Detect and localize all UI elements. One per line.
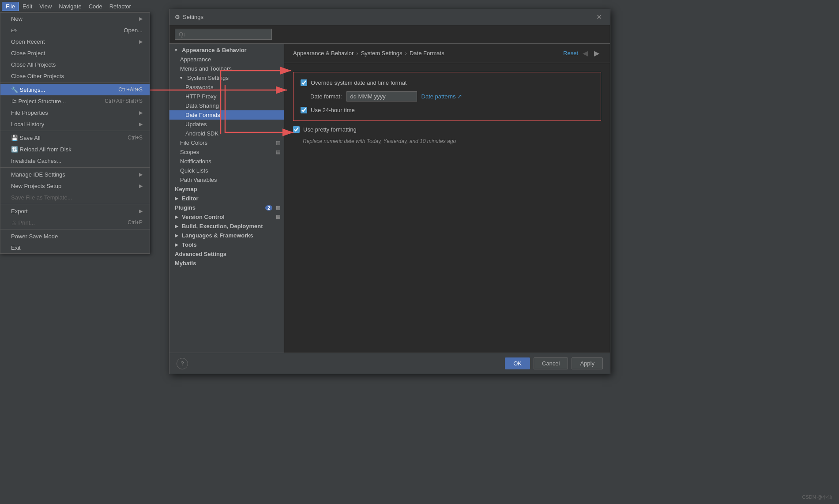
- tree-item-editor[interactable]: ▶ Editor: [169, 194, 284, 203]
- expand-icon: ▾: [180, 75, 185, 80]
- tree-item-system-settings[interactable]: ▾ System Settings: [169, 73, 284, 83]
- pretty-desc-text: Today, Yesterday, and 10 minutes ago: [367, 138, 456, 144]
- submenu-arrow-recent: ▶: [139, 39, 143, 45]
- use24-label: Use 24-hour time: [311, 107, 355, 113]
- tree-label: Date Formats: [185, 112, 220, 118]
- tree-label: Languages & Frameworks: [182, 232, 253, 239]
- date-format-row: Date format: Date patterns ↗: [310, 91, 594, 102]
- tree-item-languages[interactable]: ▶ Languages & Frameworks: [169, 231, 284, 240]
- date-format-input[interactable]: [346, 91, 417, 102]
- tree-item-passwords[interactable]: Passwords: [169, 83, 284, 92]
- tree-item-appearance-behavior[interactable]: ▾ Appearance & Behavior: [169, 45, 284, 55]
- menu-item-manage-ide[interactable]: Manage IDE Settings ▶: [0, 169, 150, 180]
- search-input[interactable]: [175, 29, 272, 40]
- date-format-settings-box: Override system date and time format Dat…: [293, 72, 601, 121]
- menu-item-close-other[interactable]: Close Other Projects: [0, 70, 150, 82]
- menu-refactor[interactable]: Refactor: [106, 2, 135, 11]
- dialog-content: ▾ Appearance & Behavior Appearance Menus…: [169, 44, 610, 353]
- tree-item-mybatis[interactable]: Mybatis: [169, 259, 284, 268]
- pretty-label: Use pretty formatting: [303, 126, 357, 133]
- menu-item-close-all[interactable]: Close All Projects: [0, 59, 150, 70]
- tree-item-version-control[interactable]: ▶ Version Control ▦: [169, 212, 284, 222]
- tree-label: System Settings: [187, 75, 229, 81]
- tree-item-http-proxy[interactable]: HTTP Proxy: [169, 92, 284, 101]
- reset-link[interactable]: Reset: [563, 50, 578, 56]
- menu-item-invalidate[interactable]: Invalidate Caches...: [0, 155, 150, 166]
- menu-item-open[interactable]: 🗁 Open...: [0, 24, 150, 36]
- settings-dialog: ⚙ Settings ✕ ▾ Appearance & Behavior App…: [169, 9, 610, 374]
- use24-checkbox[interactable]: [301, 107, 307, 113]
- menu-view[interactable]: View: [36, 2, 55, 11]
- submenu-arrow-lh: ▶: [139, 121, 143, 127]
- content-nav: Reset ◀ ▶: [563, 48, 601, 58]
- override-checkbox[interactable]: [301, 79, 307, 86]
- breadcrumb: Appearance & Behavior › System Settings …: [293, 50, 444, 56]
- tree-label: Appearance & Behavior: [182, 47, 247, 53]
- date-format-label: Date format:: [310, 93, 342, 100]
- tree-item-notifications[interactable]: Notifications: [169, 157, 284, 166]
- nav-back-button[interactable]: ◀: [581, 48, 590, 58]
- tree-label: Mybatis: [175, 260, 196, 267]
- pretty-row: Use pretty formatting: [293, 126, 601, 133]
- pretty-checkbox[interactable]: [293, 126, 300, 133]
- menu-item-power-save[interactable]: Power Save Mode: [0, 230, 150, 242]
- tree-label: Plugins: [175, 204, 196, 211]
- menu-item-local-history[interactable]: Local History ▶: [0, 118, 150, 130]
- tree-item-plugins[interactable]: Plugins 2 ▦: [169, 203, 284, 212]
- menu-item-reload[interactable]: 🔃 Reload All from Disk: [0, 143, 150, 155]
- expand-icon: ▶: [175, 242, 180, 247]
- menu-file[interactable]: File: [2, 2, 19, 11]
- menu-item-new[interactable]: New ▶: [0, 13, 150, 24]
- tree-item-quick-lists[interactable]: Quick Lists: [169, 166, 284, 175]
- tree-item-appearance[interactable]: Appearance: [169, 55, 284, 64]
- tree-item-build[interactable]: ▶ Build, Execution, Deployment: [169, 222, 284, 231]
- tree-item-tools[interactable]: ▶ Tools: [169, 240, 284, 249]
- apply-button[interactable]: Apply: [572, 357, 603, 369]
- menu-item-export[interactable]: Export ▶: [0, 205, 150, 217]
- menu-item-settings[interactable]: 🔧 Settings... Ctrl+Alt+S: [0, 84, 150, 95]
- content-panel: Appearance & Behavior › System Settings …: [284, 44, 610, 353]
- tree-item-file-colors[interactable]: File Colors ▦: [169, 138, 284, 147]
- nav-forward-button[interactable]: ▶: [592, 48, 601, 58]
- menu-navigate[interactable]: Navigate: [55, 2, 85, 11]
- tree-item-android-sdk[interactable]: Android SDK: [169, 129, 284, 138]
- tree-label: Menus and Toolbars: [180, 65, 232, 72]
- menu-item-project-structure[interactable]: 🗂 Project Structure... Ctrl+Alt+Shift+S: [0, 95, 150, 107]
- override-label: Override system date and time format: [311, 79, 406, 86]
- footer-buttons: OK Cancel Apply: [505, 357, 603, 369]
- tree-item-path-variables[interactable]: Path Variables: [169, 175, 284, 184]
- menu-item-new-projects-setup[interactable]: New Projects Setup ▶: [0, 180, 150, 192]
- help-button[interactable]: ?: [177, 358, 188, 369]
- menu-item-exit[interactable]: Exit: [0, 242, 150, 253]
- breadcrumb-sep1: ›: [356, 50, 358, 56]
- menu-edit[interactable]: Edit: [19, 2, 36, 11]
- plugins-badge: 2: [265, 205, 272, 211]
- separator-1: [0, 83, 150, 83]
- separator-2: [0, 131, 150, 131]
- tree-item-advanced-settings[interactable]: Advanced Settings: [169, 249, 284, 259]
- date-patterns-link[interactable]: Date patterns ↗: [421, 93, 463, 100]
- menu-item-open-recent[interactable]: Open Recent ▶: [0, 36, 150, 47]
- submenu-arrow-fp: ▶: [139, 110, 143, 116]
- tree-label: Advanced Settings: [175, 251, 226, 257]
- tree-item-updates[interactable]: Updates: [169, 120, 284, 129]
- submenu-arrow-exp: ▶: [139, 208, 143, 214]
- dialog-footer: ? OK Cancel Apply: [169, 353, 610, 374]
- tree-item-scopes[interactable]: Scopes ▦: [169, 147, 284, 157]
- ok-button[interactable]: OK: [505, 357, 530, 369]
- tree-item-date-formats[interactable]: Date Formats: [169, 110, 284, 120]
- badge-icon: ▦: [276, 149, 280, 155]
- menu-item-file-properties[interactable]: File Properties ▶: [0, 107, 150, 118]
- pretty-format-section: Use pretty formatting Replace numeric da…: [293, 126, 601, 144]
- menu-item-save-all[interactable]: 💾 Save All Ctrl+S: [0, 132, 150, 143]
- dialog-title: ⚙ Settings: [175, 14, 203, 20]
- pretty-desc: Replace numeric date with Today, Yesterd…: [303, 138, 601, 144]
- tree-item-keymap[interactable]: Keymap: [169, 184, 284, 194]
- menu-code[interactable]: Code: [85, 2, 106, 11]
- tree-item-menus-toolbars[interactable]: Menus and Toolbars: [169, 64, 284, 73]
- tree-item-data-sharing[interactable]: Data Sharing: [169, 101, 284, 110]
- close-button[interactable]: ✕: [594, 12, 605, 22]
- cancel-button[interactable]: Cancel: [534, 357, 568, 369]
- tree-label: Path Variables: [180, 177, 217, 183]
- menu-item-close-project[interactable]: Close Project: [0, 47, 150, 59]
